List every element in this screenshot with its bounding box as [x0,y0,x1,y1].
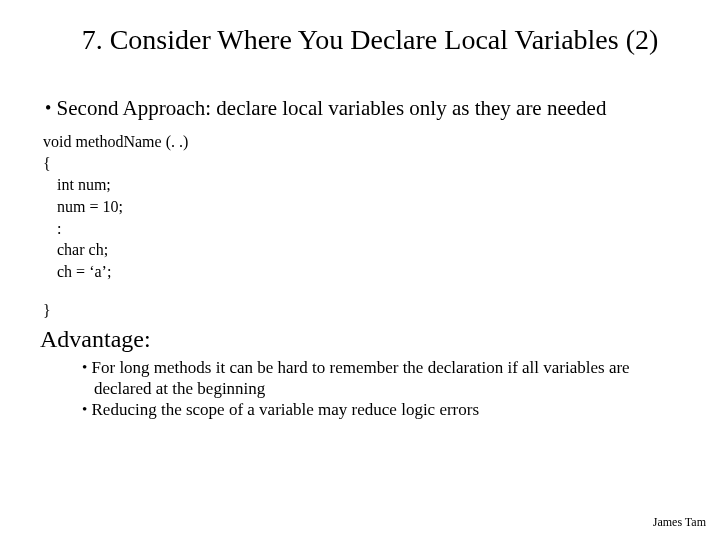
code-line: { [43,153,684,175]
code-line: void methodName (. .) [43,131,684,153]
main-bullet-text: Second Approach: declare local variables… [57,96,607,120]
slide: 7. Consider Where You Declare Local Vari… [0,0,720,540]
blank-line [43,282,684,300]
footer-author: James Tam [653,515,706,530]
bullet-dot-icon: • [45,98,51,118]
code-line: int num; [43,174,684,196]
sub-bullet-text: For long methods it can be hard to remem… [92,358,630,398]
code-block: void methodName (. .) { int num; num = 1… [36,131,684,322]
code-line: num = 10; [43,196,684,218]
code-line: char ch; [43,239,684,261]
advantage-heading: Advantage: [36,326,684,353]
bullet-dot-icon: • [82,401,87,417]
sub-bullet: • Reducing the scope of a variable may r… [36,399,684,420]
code-line: : [43,218,684,240]
code-line: ch = ‘a’; [43,261,684,283]
bullet-dot-icon: • [82,359,87,375]
slide-title: 7. Consider Where You Declare Local Vari… [36,24,684,56]
main-bullet: • Second Approach: declare local variabl… [36,96,684,121]
sub-bullet: • For long methods it can be hard to rem… [36,357,684,400]
sub-bullet-text: Reducing the scope of a variable may red… [92,400,480,419]
code-line: } [43,300,684,322]
